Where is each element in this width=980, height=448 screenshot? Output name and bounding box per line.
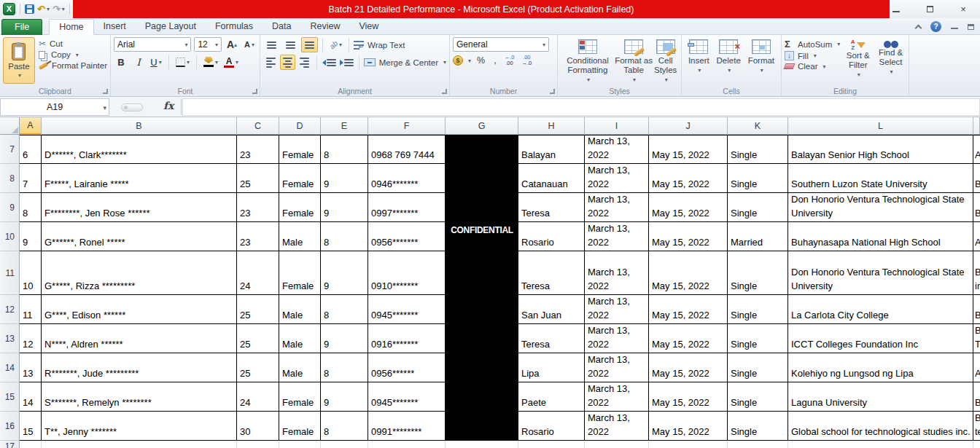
- align-middle-button[interactable]: [282, 37, 299, 52]
- cell-B10[interactable]: G******, Ronel *****: [42, 222, 237, 251]
- cell-L17[interactable]: [788, 441, 973, 448]
- tab-home[interactable]: Home: [49, 19, 93, 35]
- redacted-cell[interactable]: [446, 135, 518, 164]
- row-header-16[interactable]: 16: [0, 412, 20, 441]
- clear-button[interactable]: Clear▾: [785, 62, 840, 71]
- align-top-button[interactable]: [263, 37, 280, 52]
- column-header-E[interactable]: E: [321, 117, 368, 135]
- cell-A12[interactable]: 11: [20, 295, 42, 324]
- column-header-F[interactable]: F: [368, 117, 446, 135]
- redacted-cell[interactable]: [446, 164, 518, 193]
- cell-B7[interactable]: D******, Clark*******: [42, 135, 237, 164]
- cell-C17[interactable]: [237, 441, 279, 448]
- cell-F9[interactable]: 0997*******: [368, 193, 446, 222]
- comma-style-button[interactable]: ,: [491, 55, 499, 66]
- cell-H15[interactable]: Paete: [518, 382, 585, 412]
- cell-B11[interactable]: G*****, Rizza *********: [42, 251, 237, 295]
- cell-L12[interactable]: La Carlota City College: [788, 295, 973, 324]
- tab-formulas[interactable]: Formulas: [206, 19, 262, 35]
- cell-B13[interactable]: N****, Aldren ******: [42, 324, 237, 353]
- fill-color-button[interactable]: ▾: [202, 55, 219, 69]
- cell-D8[interactable]: Female: [279, 164, 321, 193]
- undo-button[interactable]: ↶▾: [37, 4, 50, 14]
- cell-F15[interactable]: 0945*******: [368, 382, 446, 412]
- cell-L11[interactable]: Don Honorio Ventura Technological State …: [788, 251, 973, 295]
- cell-F16[interactable]: 0991********: [368, 412, 446, 441]
- number-dialog-launcher[interactable]: [550, 89, 555, 94]
- cell-C12[interactable]: 25: [237, 295, 279, 324]
- cell-I8[interactable]: March 13, 2022: [585, 164, 649, 193]
- redacted-cell[interactable]: [446, 412, 518, 441]
- increase-indent-button[interactable]: [339, 55, 354, 70]
- borders-button[interactable]: ▾: [174, 55, 191, 69]
- row-header-17[interactable]: 17: [0, 441, 20, 448]
- find-select-button[interactable]: Find & Select▾: [876, 37, 906, 85]
- cell-K13[interactable]: Single: [728, 324, 788, 353]
- tab-page-layout[interactable]: Page Layout: [136, 19, 206, 35]
- formula-input[interactable]: [182, 98, 980, 116]
- tab-view[interactable]: View: [349, 19, 388, 35]
- name-box[interactable]: A19 ▾: [0, 98, 109, 116]
- autosum-button[interactable]: ΣAutoSum▾: [785, 39, 840, 50]
- decrease-decimal-button[interactable]: .00→.0: [519, 55, 534, 66]
- align-bottom-button[interactable]: [301, 37, 318, 52]
- format-as-table-button[interactable]: Format as Table▾: [615, 37, 653, 85]
- align-left-button[interactable]: [263, 55, 278, 70]
- merge-center-button[interactable]: Merge & Center▾: [364, 58, 446, 67]
- cell-E12[interactable]: 8: [321, 295, 368, 324]
- cell-H9[interactable]: Teresa: [518, 193, 585, 222]
- conditional-formatting-button[interactable]: Conditional Formatting▾: [561, 37, 615, 85]
- cell-J12[interactable]: May 15, 2022: [649, 295, 728, 324]
- cell-L13[interactable]: ICCT Colleges Foundation Inc: [788, 324, 973, 353]
- cell-I7[interactable]: March 13, 2022: [585, 135, 649, 164]
- cell-J10[interactable]: May 15, 2022: [649, 222, 728, 251]
- cell-D9[interactable]: Female: [279, 193, 321, 222]
- cell-styles-button[interactable]: Cell Styles▾: [653, 37, 678, 85]
- tab-insert[interactable]: Insert: [94, 19, 136, 35]
- cell-J15[interactable]: May 15, 2022: [649, 382, 728, 412]
- cell-A14[interactable]: 13: [20, 353, 42, 382]
- copy-button[interactable]: Copy▾: [39, 50, 107, 59]
- cell-C8[interactable]: 25: [237, 164, 279, 193]
- cell-A16[interactable]: 15: [20, 412, 42, 441]
- tab-review[interactable]: Review: [300, 19, 349, 35]
- underline-button[interactable]: U▾: [149, 55, 163, 69]
- row-header-13[interactable]: 13: [0, 324, 20, 353]
- row-header-12[interactable]: 12: [0, 295, 20, 324]
- cell-B9[interactable]: F********, Jen Rose ******: [42, 193, 237, 222]
- orientation-button[interactable]: ab▾: [327, 37, 344, 52]
- tab-file[interactable]: File: [1, 19, 42, 35]
- cell-A8[interactable]: 7: [20, 164, 42, 193]
- clipboard-dialog-launcher[interactable]: [103, 89, 108, 94]
- font-dialog-launcher[interactable]: [252, 89, 257, 94]
- cell-K7[interactable]: Single: [728, 135, 788, 164]
- cell-K10[interactable]: Married: [728, 222, 788, 251]
- cell-H7[interactable]: Balayan: [518, 135, 585, 164]
- column-header-A[interactable]: A: [20, 117, 42, 135]
- cell-M16[interactable]: B te: [973, 412, 980, 441]
- cell-G17[interactable]: [446, 441, 518, 448]
- cell-K9[interactable]: Single: [728, 193, 788, 222]
- cell-F10[interactable]: 0956*******: [368, 222, 446, 251]
- confidential-label[interactable]: CONFIDENTIAL: [446, 222, 518, 251]
- accounting-format-button[interactable]: $▾: [453, 55, 471, 66]
- cell-F14[interactable]: 0956******: [368, 353, 446, 382]
- cell-B12[interactable]: G****, Edison ******: [42, 295, 237, 324]
- cell-E13[interactable]: 9: [321, 324, 368, 353]
- format-cells-button[interactable]: Format▾: [748, 37, 774, 85]
- cell-F13[interactable]: 0916*******: [368, 324, 446, 353]
- decrease-indent-button[interactable]: [322, 55, 337, 70]
- cell-J14[interactable]: May 15, 2022: [649, 353, 728, 382]
- cell-D15[interactable]: Female: [279, 382, 321, 412]
- cell-H17[interactable]: [518, 441, 585, 448]
- minimize-button[interactable]: [879, 4, 913, 15]
- cell-C16[interactable]: 30: [237, 412, 279, 441]
- cell-H10[interactable]: Rosario: [518, 222, 585, 251]
- cell-E10[interactable]: 8: [321, 222, 368, 251]
- font-size-select[interactable]: 12▾: [194, 37, 222, 52]
- cell-M9[interactable]: B: [973, 193, 980, 222]
- redacted-cell[interactable]: [446, 382, 518, 412]
- align-right-button[interactable]: [298, 55, 312, 70]
- cell-I12[interactable]: March 13, 2022: [585, 295, 649, 324]
- cell-L14[interactable]: Kolehiyo ng Lungsod ng Lipa: [788, 353, 973, 382]
